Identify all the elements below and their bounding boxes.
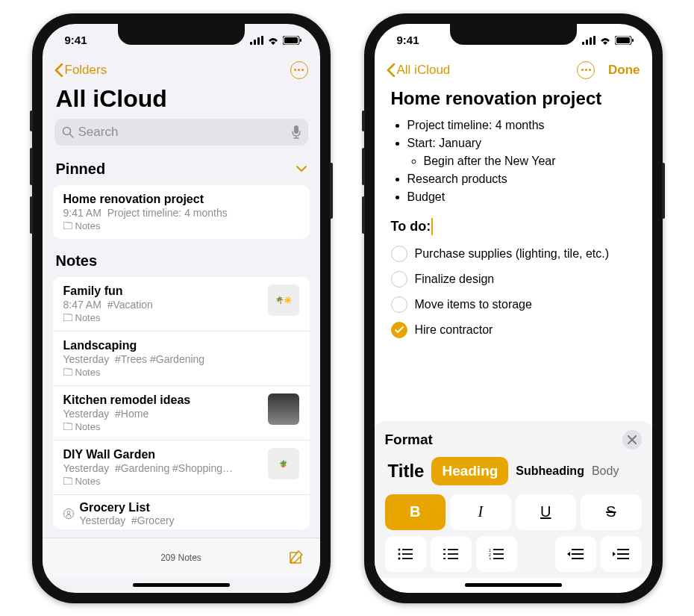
- checklist-label: Hire contractor: [415, 321, 493, 339]
- checkbox-checked-icon[interactable]: [391, 322, 407, 338]
- dash-list-icon: [443, 548, 458, 560]
- format-panel: Format Title Heading Subheading Body B I…: [375, 421, 652, 578]
- bullet-list-button[interactable]: [385, 536, 426, 572]
- checklist-item[interactable]: Finalize design: [391, 267, 636, 292]
- cellular-icon: [582, 36, 595, 45]
- todo-heading: To do:: [391, 217, 431, 237]
- checkbox-icon[interactable]: [391, 246, 407, 262]
- back-label: Folders: [65, 63, 107, 78]
- bullet-item: Project timeline: 4 months: [407, 116, 636, 134]
- note-row[interactable]: Family fun 8:47 AM #Vacation Notes 🌴☀️: [53, 277, 310, 332]
- pinned-card: Home renovation project 9:41 AM Project …: [53, 185, 310, 239]
- paragraph-style-row[interactable]: Title Heading Subheading Body: [385, 457, 642, 485]
- home-indicator[interactable]: [43, 578, 320, 593]
- back-label: All iCloud: [397, 63, 451, 78]
- chevron-left-icon: [54, 63, 63, 77]
- pinned-header[interactable]: Pinned: [43, 156, 320, 182]
- note-folder: Notes: [63, 476, 260, 487]
- mic-icon[interactable]: [292, 125, 301, 139]
- note-row-pinned[interactable]: Home renovation project 9:41 AM Project …: [53, 185, 310, 239]
- list-format-row: 123: [385, 536, 642, 572]
- done-button[interactable]: Done: [608, 63, 640, 78]
- note-folder: Notes: [63, 220, 299, 231]
- chevron-left-icon: [387, 63, 396, 77]
- iphone-frame-left: 9:41 Folders All iCloud Search Pinned: [32, 13, 331, 603]
- note-preview: Yesterday #Home: [63, 408, 260, 420]
- svg-rect-17: [632, 39, 634, 42]
- chevron-down-icon: [296, 165, 307, 172]
- note-preview: Yesterday #Trees #Gardening: [63, 353, 299, 365]
- note-row[interactable]: DIY Wall Garden Yesterday #Gardening #Sh…: [53, 441, 310, 495]
- svg-rect-0: [250, 42, 252, 45]
- nav-bar: Folders: [43, 57, 320, 84]
- close-button[interactable]: [622, 430, 642, 449]
- folder-icon: [63, 477, 72, 485]
- svg-text:3: 3: [489, 557, 491, 560]
- outdent-icon: [567, 548, 584, 560]
- notes-label: Notes: [56, 252, 98, 270]
- note-row-shared[interactable]: Grocery List Yesterday #Grocery: [53, 495, 310, 529]
- note-body[interactable]: Project timeline: 4 months Start: Januar…: [375, 116, 652, 343]
- style-subheading[interactable]: Subheading: [516, 464, 584, 478]
- silence-switch: [362, 111, 365, 131]
- svg-rect-16: [616, 37, 630, 43]
- status-icons: [250, 36, 302, 45]
- svg-line-8: [69, 134, 73, 137]
- nav-bar: All iCloud Done: [375, 57, 652, 84]
- note-row[interactable]: Kitchen remodel ideas Yesterday #Home No…: [53, 386, 310, 441]
- indent-button[interactable]: [601, 536, 642, 572]
- volume-up-button: [30, 148, 33, 185]
- numbered-list-button[interactable]: 123: [476, 536, 517, 572]
- note-folder: Notes: [63, 421, 260, 432]
- pinned-label: Pinned: [56, 161, 106, 178]
- checkbox-icon[interactable]: [391, 271, 407, 287]
- status-icons: [582, 36, 634, 45]
- notes-count: 209 Notes: [160, 553, 201, 563]
- wifi-icon: [599, 36, 611, 45]
- folder-icon: [63, 314, 72, 321]
- italic-button[interactable]: I: [450, 494, 511, 530]
- format-label: Format: [385, 432, 433, 448]
- compose-button[interactable]: [287, 550, 304, 566]
- notes-card: Family fun 8:47 AM #Vacation Notes 🌴☀️ L…: [53, 277, 310, 529]
- volume-up-button: [362, 148, 365, 185]
- underline-button[interactable]: U: [516, 494, 577, 530]
- home-indicator[interactable]: [375, 578, 652, 593]
- svg-rect-5: [284, 37, 298, 43]
- folder-icon: [63, 423, 72, 430]
- bold-button[interactable]: B: [385, 494, 446, 530]
- shared-icon: [63, 508, 74, 519]
- checklist-item[interactable]: Purchase supplies (lighting, tile, etc.): [391, 241, 636, 267]
- style-title[interactable]: Title: [388, 461, 425, 482]
- back-button[interactable]: Folders: [54, 63, 107, 78]
- iphone-frame-right: 9:41 All iCloud Done Home renovation pro…: [364, 13, 663, 603]
- note-title[interactable]: Home renovation project: [375, 84, 652, 116]
- page-title: All iCloud: [43, 84, 320, 119]
- text-format-row: B I U S: [385, 494, 642, 530]
- svg-rect-1: [254, 40, 256, 45]
- svg-point-18: [398, 548, 401, 550]
- note-title: Family fun: [63, 284, 260, 298]
- note-title: DIY Wall Garden: [63, 448, 260, 461]
- note-preview: 8:47 AM #Vacation: [63, 299, 260, 311]
- checklist-item[interactable]: Move items to storage: [391, 292, 636, 317]
- checklist-item[interactable]: Hire contractor: [391, 317, 636, 343]
- folder-icon: [63, 222, 72, 229]
- more-button[interactable]: [577, 61, 595, 79]
- more-button[interactable]: [290, 61, 308, 79]
- style-body[interactable]: Body: [592, 464, 619, 478]
- strikethrough-button[interactable]: S: [581, 494, 642, 530]
- note-preview: Yesterday #Grocery: [80, 514, 299, 526]
- search-input[interactable]: Search: [54, 119, 308, 146]
- outdent-button[interactable]: [555, 536, 596, 572]
- screen-notes-list: 9:41 Folders All iCloud Search Pinned: [43, 24, 320, 593]
- bullet-subitem: Begin after the New Year: [424, 152, 636, 170]
- notes-header: Notes: [43, 248, 320, 274]
- dash-list-button[interactable]: [431, 536, 472, 572]
- style-heading-selected[interactable]: Heading: [431, 457, 508, 485]
- back-button[interactable]: All iCloud: [387, 63, 451, 78]
- svg-rect-11: [582, 42, 584, 45]
- note-row[interactable]: Landscaping Yesterday #Trees #Gardening …: [53, 332, 310, 386]
- checkbox-icon[interactable]: [391, 296, 407, 313]
- note-preview: Yesterday #Gardening #Shopping…: [63, 462, 260, 474]
